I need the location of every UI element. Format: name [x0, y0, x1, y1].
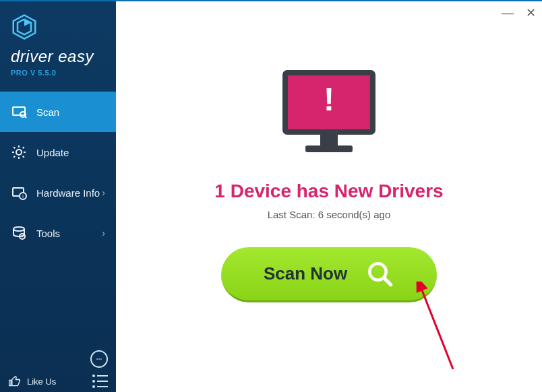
scan-icon — [11, 104, 27, 120]
svg-point-9 — [13, 227, 24, 231]
svg-point-12 — [96, 358, 98, 360]
brand-block: driver easy PRO V 5.5.0 — [0, 1, 116, 84]
scan-now-button[interactable]: Scan Now — [221, 247, 437, 302]
svg-point-14 — [100, 358, 102, 360]
svg-point-13 — [98, 358, 100, 360]
svg-point-5 — [16, 150, 22, 155]
sidebar-bottom: Like Us — [0, 344, 116, 392]
sidebar: driver easy PRO V 5.5.0 Scan Update i — [0, 1, 116, 392]
menu-icon[interactable] — [92, 374, 108, 388]
status-headline: 1 Device has New Drivers — [214, 181, 443, 202]
hardware-icon: i — [11, 185, 27, 201]
last-scan-text: Last Scan: 6 second(s) ago — [268, 209, 391, 220]
sidebar-item-label: Hardware Info — [36, 187, 102, 199]
svg-line-20 — [384, 278, 391, 285]
svg-line-4 — [25, 117, 26, 118]
window-titlebar: — ✕ — [500, 5, 538, 20]
alert-monitor-icon: ! — [278, 69, 380, 159]
like-us-button[interactable]: Like Us — [8, 374, 56, 388]
main-panel: ! 1 Device has New Drivers Last Scan: 6 … — [116, 1, 542, 392]
feedback-icon[interactable] — [90, 350, 108, 368]
sidebar-menu: Scan Update i Hardware Info › Tools — [0, 92, 116, 253]
chevron-right-icon: › — [102, 187, 105, 198]
minimize-button[interactable]: — — [500, 5, 515, 20]
sidebar-item-hardware-info[interactable]: i Hardware Info › — [0, 172, 116, 213]
svg-point-11 — [22, 236, 24, 238]
sidebar-item-label: Tools — [36, 228, 102, 239]
thumbs-up-icon — [8, 374, 22, 388]
search-icon — [366, 260, 394, 288]
sidebar-item-tools[interactable]: Tools › — [0, 213, 116, 253]
gear-icon — [11, 144, 27, 160]
app-logo-icon — [11, 13, 38, 40]
svg-rect-18 — [305, 145, 353, 152]
scan-now-label: Scan Now — [264, 263, 347, 284]
brand-version: PRO V 5.5.0 — [11, 69, 105, 77]
like-us-label: Like Us — [27, 377, 56, 387]
close-button[interactable]: ✕ — [523, 5, 538, 20]
svg-line-21 — [421, 287, 453, 369]
svg-rect-17 — [320, 135, 338, 145]
sidebar-item-label: Scan — [36, 106, 105, 118]
chevron-right-icon: › — [102, 228, 105, 238]
sidebar-item-label: Update — [36, 147, 105, 158]
svg-rect-2 — [13, 107, 25, 115]
svg-text:!: ! — [324, 81, 334, 117]
sidebar-item-update[interactable]: Update — [0, 132, 116, 172]
brand-name: driver easy — [11, 47, 105, 66]
tools-icon — [11, 225, 27, 241]
sidebar-item-scan[interactable]: Scan — [0, 92, 116, 132]
